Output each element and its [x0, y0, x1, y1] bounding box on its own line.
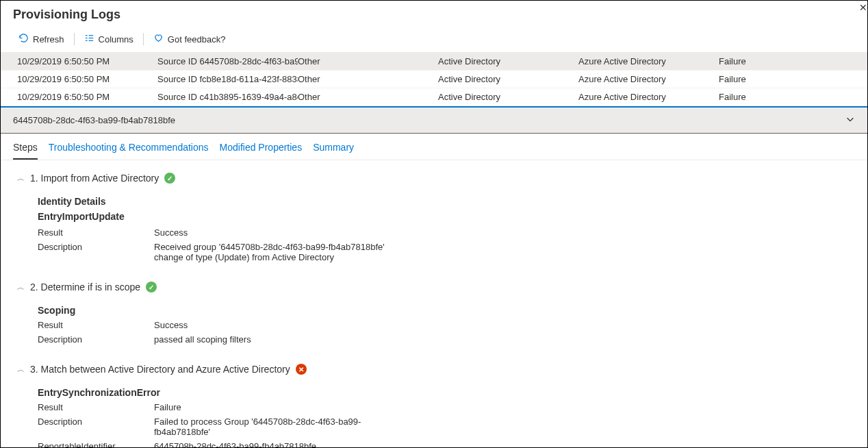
- error-icon: ✕: [296, 364, 307, 375]
- steps-content: ︿ 1. Import from Active Directory ✓ Iden…: [1, 160, 867, 448]
- kv-value: Failure: [154, 402, 181, 412]
- cell-target-system: Azure Active Directory: [578, 74, 719, 84]
- section-subheading: EntryImportUpdate: [38, 211, 851, 222]
- refresh-button[interactable]: Refresh: [13, 30, 70, 48]
- kv-label: Result: [38, 320, 154, 330]
- kv-row: ReportableIdentifier 6445708b-28dc-4f63-…: [38, 441, 851, 448]
- section-heading: Identity Details: [38, 196, 851, 207]
- detail-panel-header: 6445708b-28dc-4f63-ba99-fb4ab7818bfe: [1, 106, 867, 134]
- chevron-up-icon[interactable]: ︿: [17, 282, 25, 293]
- cell-source-system: Active Directory: [438, 74, 578, 84]
- cell-other: Other: [298, 92, 438, 102]
- section-heading: EntrySynchronizationError: [38, 387, 851, 398]
- tabs: Steps Troubleshooting & Recommendations …: [1, 134, 867, 160]
- toolbar: Refresh Columns Got feedback?: [1, 27, 867, 53]
- step-title: 1. Import from Active Directory: [30, 173, 159, 184]
- section-heading: Scoping: [38, 305, 851, 316]
- chevron-up-icon[interactable]: ︿: [17, 364, 25, 375]
- heart-icon: [153, 33, 164, 45]
- step-1-details: Identity Details EntryImportUpdate Resul…: [38, 196, 851, 262]
- kv-label: Description: [38, 242, 154, 262]
- table-row[interactable]: 10/29/2019 6:50:50 PM Source ID c41b3895…: [1, 88, 867, 106]
- kv-row: Description passed all scoping filters: [38, 334, 851, 345]
- refresh-icon: [18, 33, 29, 45]
- columns-icon: [84, 33, 94, 45]
- tab-modified-properties[interactable]: Modified Properties: [220, 139, 303, 160]
- kv-value: Success: [154, 227, 188, 238]
- page-header: Provisioning Logs: [1, 1, 867, 27]
- step-title: 3. Match between Active Directory and Az…: [30, 364, 290, 375]
- cell-target-system: Azure Active Directory: [578, 92, 719, 102]
- cell-target-system: Azure Active Directory: [578, 56, 719, 66]
- cell-status: Failure: [719, 56, 787, 66]
- success-icon: ✓: [164, 173, 175, 184]
- table-row[interactable]: 10/29/2019 6:50:50 PM Source ID fcb8e18d…: [1, 71, 867, 88]
- kv-value: passed all scoping filters: [154, 334, 251, 345]
- cell-source-system: Active Directory: [438, 56, 578, 66]
- refresh-label: Refresh: [33, 34, 64, 45]
- kv-value: Success: [154, 320, 188, 330]
- cell-date: 10/29/2019 6:50:50 PM: [17, 56, 157, 66]
- kv-label: ReportableIdentifier: [38, 441, 154, 448]
- cell-status: Failure: [719, 74, 787, 84]
- cell-source: Source ID 6445708b-28dc-4f63-ba99-fb4: [157, 56, 298, 66]
- tab-summary[interactable]: Summary: [313, 139, 354, 160]
- feedback-button[interactable]: Got feedback?: [148, 30, 231, 48]
- tab-troubleshooting[interactable]: Troubleshooting & Recommendations: [49, 139, 209, 160]
- step-header-1[interactable]: ︿ 1. Import from Active Directory ✓: [17, 173, 851, 184]
- cell-status: Failure: [719, 92, 787, 102]
- close-icon[interactable]: ✕: [859, 2, 867, 13]
- page-title: Provisioning Logs: [13, 8, 855, 22]
- step-3-details: EntrySynchronizationError Result Failure…: [38, 387, 851, 448]
- cell-other: Other: [298, 74, 438, 84]
- chevron-down-icon[interactable]: [845, 114, 855, 126]
- chevron-up-icon[interactable]: ︿: [17, 173, 25, 184]
- columns-button[interactable]: Columns: [79, 30, 139, 48]
- tab-steps[interactable]: Steps: [13, 139, 38, 160]
- step-header-3[interactable]: ︿ 3. Match between Active Directory and …: [17, 364, 851, 375]
- kv-label: Result: [38, 227, 154, 238]
- logs-table: 10/29/2019 6:50:50 PM Source ID 6445708b…: [1, 53, 867, 106]
- cell-date: 10/29/2019 6:50:50 PM: [17, 74, 157, 84]
- success-icon: ✓: [146, 282, 157, 293]
- kv-row: Result Success: [38, 320, 851, 330]
- kv-label: Description: [38, 334, 154, 345]
- kv-row: Description Received group '6445708b-28d…: [38, 242, 851, 262]
- step-header-2[interactable]: ︿ 2. Determine if is in scope ✓: [17, 282, 851, 293]
- cell-source: Source ID fcb8e18d-611a-423f-8838-b9d: [157, 74, 298, 84]
- kv-row: Result Failure: [38, 402, 851, 412]
- kv-value: Failed to process Group '6445708b-28dc-4…: [154, 416, 400, 437]
- cell-other: Other: [298, 56, 438, 66]
- step-title: 2. Determine if is in scope: [30, 282, 140, 293]
- feedback-label: Got feedback?: [168, 34, 226, 45]
- kv-row: Result Success: [38, 227, 851, 238]
- detail-id: 6445708b-28dc-4f63-ba99-fb4ab7818bfe: [13, 115, 175, 125]
- kv-label: Description: [38, 416, 154, 437]
- cell-source: Source ID c41b3895-1639-49a4-a8ea-466: [157, 92, 298, 102]
- kv-label: Result: [38, 402, 154, 412]
- step-2-details: Scoping Result Success Description passe…: [38, 305, 851, 345]
- table-row[interactable]: 10/29/2019 6:50:50 PM Source ID 6445708b…: [1, 53, 867, 71]
- kv-value: 6445708b-28dc-4f63-ba99-fb4ab7818bfe: [154, 441, 316, 448]
- kv-value: Received group '6445708b-28dc-4f63-ba99-…: [154, 242, 400, 262]
- columns-label: Columns: [99, 34, 133, 45]
- cell-source-system: Active Directory: [438, 92, 578, 102]
- cell-date: 10/29/2019 6:50:50 PM: [17, 92, 157, 102]
- toolbar-divider: [74, 33, 75, 45]
- toolbar-divider: [143, 33, 144, 45]
- kv-row: Description Failed to process Group '644…: [38, 416, 851, 437]
